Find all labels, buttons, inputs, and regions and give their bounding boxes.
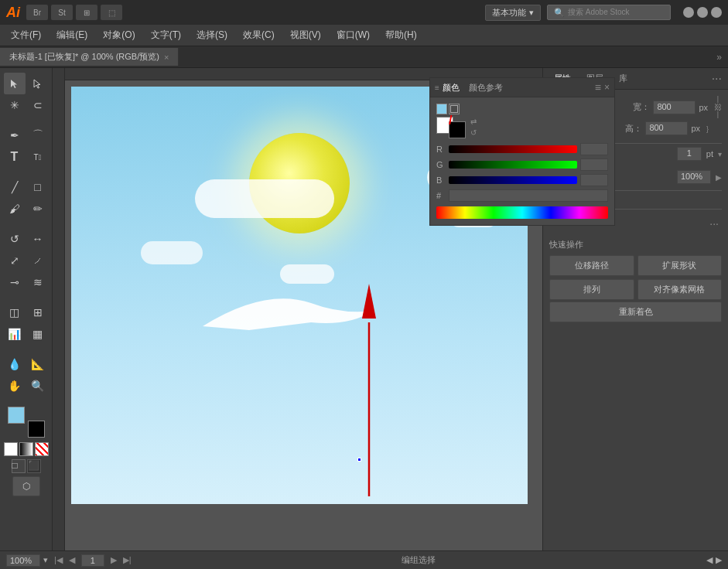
text-tool[interactable]: T (4, 146, 26, 168)
gradient-tool[interactable]: ◫ (4, 302, 26, 323)
height-input[interactable]: 800 (645, 121, 688, 135)
nav-next-next[interactable]: ▶| (123, 555, 132, 565)
minimize-button[interactable] (683, 7, 694, 18)
g-value[interactable] (580, 158, 608, 171)
artboard-nav[interactable]: ⬡ (12, 476, 40, 496)
stock-icon[interactable]: St (51, 5, 73, 20)
normal-mode[interactable]: □ (12, 459, 26, 473)
page-input[interactable]: 1 (81, 554, 104, 567)
touch-type-tool[interactable]: T⃝ (27, 146, 49, 168)
close-button[interactable] (711, 7, 722, 18)
chart-tool[interactable]: 📊 (4, 323, 26, 345)
expand-shape-button[interactable]: 扩展形状 (637, 255, 723, 276)
stroke-value-input[interactable]: 1 (677, 147, 702, 161)
hex-value[interactable] (449, 189, 608, 202)
right-panel-more[interactable]: ··· (709, 69, 725, 89)
menu-file[interactable]: 文件(F) (3, 26, 49, 45)
color-spectrum[interactable] (436, 206, 608, 219)
warp-tool[interactable]: ≋ (27, 271, 49, 293)
reset-colors-icon[interactable]: ↺ (470, 128, 477, 137)
rotate-tool[interactable]: ↺ (4, 228, 26, 250)
menu-help[interactable]: 帮助(H) (378, 26, 425, 45)
r-slider[interactable] (449, 145, 577, 153)
mesh-tool[interactable]: ⊞ (27, 302, 49, 323)
fill-mode-icon[interactable] (436, 104, 447, 114)
stroke-mode-icon[interactable] (449, 104, 460, 114)
nav-prev-prev[interactable]: |◀ (54, 555, 63, 565)
pen-tool[interactable]: ✒ (4, 124, 26, 146)
pattern-icon[interactable] (35, 442, 49, 456)
paintbrush-tool[interactable]: 🖌 (4, 198, 26, 220)
zoom-control[interactable]: 100% ▾ (6, 554, 48, 567)
bridge-icon[interactable]: Br (26, 5, 48, 20)
scale-tool[interactable]: ⤢ (4, 250, 26, 271)
stroke-color[interactable] (28, 421, 45, 438)
eyedropper-tool[interactable]: 💧 (4, 353, 26, 375)
offset-path-button[interactable]: 位移路径 (549, 255, 634, 276)
gradient-icon[interactable] (19, 442, 33, 456)
opacity-arrow[interactable]: ▶ (716, 173, 722, 182)
r-channel-row: R (436, 143, 608, 155)
magic-wand-tool[interactable]: ✳ (4, 94, 26, 116)
color-panel-close[interactable]: × (604, 82, 610, 93)
nav-next[interactable]: ▶ (111, 555, 117, 565)
rect-tool[interactable]: □ (27, 176, 49, 198)
workspace-chevron: ▾ (529, 8, 534, 18)
status-prev[interactable]: ◀ (706, 555, 713, 565)
select-tool[interactable] (4, 73, 26, 94)
b-slider[interactable] (449, 176, 577, 184)
b-value[interactable] (580, 174, 608, 186)
curvature-tool[interactable]: ⌒ (27, 124, 49, 146)
menu-text[interactable]: 文字(T) (143, 26, 189, 45)
width-input[interactable]: 800 (653, 101, 696, 114)
fill-color[interactable] (8, 407, 25, 424)
direct-select-tool[interactable] (27, 73, 49, 94)
zoom-tool[interactable]: 🔍 (27, 375, 49, 397)
menu-window[interactable]: 窗口(W) (329, 26, 378, 45)
workspace-selector[interactable]: 基本功能 ▾ (485, 5, 541, 21)
zoom-value[interactable]: 100% (6, 554, 40, 567)
align-pixel-grid-button[interactable]: 对齐像素网格 (637, 279, 723, 300)
panel-collapse-button[interactable]: » (710, 52, 728, 63)
nav-prev[interactable]: ◀ (69, 555, 75, 565)
shear-tool[interactable]: ⟋ (27, 250, 49, 271)
menu-view[interactable]: 视图(V) (282, 26, 329, 45)
blob-brush-tool[interactable]: ✏ (27, 198, 49, 220)
maximize-button[interactable] (697, 7, 708, 18)
arrange-button[interactable]: 排列 (549, 279, 634, 300)
column-chart-tool[interactable]: ▦ (27, 323, 49, 345)
width-tool[interactable]: ⊸ (4, 271, 26, 293)
r-value[interactable] (580, 143, 608, 155)
search-bar[interactable]: 🔍 搜索 Adobe Stock (547, 5, 671, 20)
color-panel-menu[interactable]: ≡ (595, 81, 601, 94)
menu-edit[interactable]: 编辑(E) (49, 26, 95, 45)
g-slider[interactable] (449, 161, 577, 169)
none-icon[interactable] (4, 442, 18, 456)
line-tool[interactable]: ╱ (4, 176, 26, 198)
transform-tools: ↺ ↔ ⤢ ⟋ ⊸ ≋ (0, 227, 52, 295)
swap-colors-icon[interactable]: ⇄ (470, 118, 477, 126)
arrange-icon[interactable]: ⬚ (101, 5, 122, 20)
grid-icon[interactable]: ⊞ (76, 5, 97, 20)
zoom-dropdown[interactable]: ▾ (43, 555, 48, 565)
full-mode[interactable]: ⬛ (27, 459, 41, 473)
tab-close-button[interactable]: × (164, 53, 169, 62)
width-unit: px (699, 103, 708, 112)
reflect-tool[interactable]: ↔ (27, 228, 49, 250)
color-tab[interactable]: 颜色 (443, 82, 460, 94)
lasso-tool[interactable]: ⊂ (27, 94, 49, 116)
color-selector[interactable] (8, 407, 45, 438)
color-reference-tab[interactable]: 颜色参考 (469, 82, 503, 94)
quick-actions-title: 快速操作 (549, 239, 722, 250)
hand-tool[interactable]: ✋ (4, 375, 26, 397)
recolor-button[interactable]: 重新着色 (549, 302, 722, 322)
stroke-dropdown[interactable]: ▾ (718, 150, 722, 158)
fg-bg-swatches[interactable]: / (436, 104, 466, 133)
menu-object[interactable]: 对象(O) (95, 26, 142, 45)
menu-effect[interactable]: 效果(C) (235, 26, 282, 45)
menu-select[interactable]: 选择(S) (189, 26, 235, 45)
document-tab[interactable]: 未标题-1 [已恢复]* @ 100% (RGB/预览) × (0, 48, 179, 66)
opacity-input[interactable]: 100% (677, 170, 711, 184)
status-next[interactable]: ▶ (716, 555, 722, 565)
measure-tool[interactable]: 📐 (27, 353, 49, 375)
